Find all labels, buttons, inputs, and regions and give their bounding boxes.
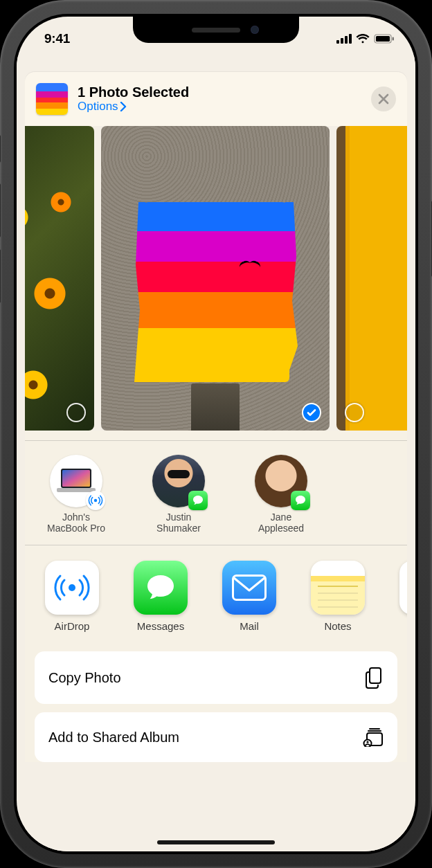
app-label: Messages: [137, 620, 184, 632]
contact-label: Jane Appleseed: [258, 512, 304, 534]
svg-rect-8: [62, 470, 90, 487]
reminders-icon: [399, 561, 407, 615]
app-label: Mail: [240, 620, 259, 632]
shared-album-icon: [361, 727, 384, 747]
selection-ring-icon[interactable]: [345, 403, 364, 422]
action-label: Add to Shared Album: [48, 730, 179, 745]
chevron-right-icon: [120, 102, 127, 111]
mail-icon: [222, 561, 276, 615]
action-add-shared-album[interactable]: Add to Shared Album: [35, 712, 397, 762]
svg-rect-0: [336, 40, 339, 44]
svg-rect-9: [57, 488, 96, 492]
device-frame: 9:41: [0, 0, 432, 868]
selection-check-icon[interactable]: [302, 403, 321, 422]
wifi-icon: [356, 34, 370, 44]
share-target-jane[interactable]: Jane Appleseed: [240, 455, 323, 534]
airdrop-contacts-row[interactable]: John's MacBook Pro Justin Shumaker: [25, 441, 407, 545]
svg-rect-3: [349, 34, 352, 44]
options-button[interactable]: Options: [78, 100, 127, 114]
home-indicator[interactable]: [157, 840, 275, 844]
contact-label: John's MacBook Pro: [47, 512, 105, 534]
volume-up-button: [0, 183, 1, 237]
screen: 9:41: [17, 17, 415, 851]
app-reminders[interactable]: Re: [392, 561, 407, 632]
close-button[interactable]: [371, 87, 396, 111]
front-camera: [251, 26, 259, 34]
cellular-icon: [336, 34, 352, 44]
share-header: 1 Photo Selected Options: [25, 72, 407, 126]
app-label: Notes: [324, 620, 351, 632]
contact-label: Justin Shumaker: [156, 512, 201, 534]
header-thumbnail: [36, 83, 68, 115]
selection-title: 1 Photo Selected: [78, 84, 361, 100]
messages-badge-icon: [188, 491, 208, 510]
status-time: 9:41: [44, 31, 70, 46]
airdrop-icon: [45, 561, 99, 615]
apps-row[interactable]: AirDrop Messages Mail: [25, 545, 407, 644]
app-label: AirDrop: [55, 620, 90, 632]
messages-icon: [134, 561, 188, 615]
backdrop: [17, 55, 415, 72]
selection-ring-icon[interactable]: [66, 403, 86, 422]
svg-point-16: [366, 741, 368, 743]
svg-rect-13: [370, 668, 381, 683]
speaker-grille: [192, 28, 240, 33]
app-mail[interactable]: Mail: [215, 561, 284, 632]
svg-rect-5: [376, 36, 390, 42]
copy-icon: [364, 667, 384, 689]
svg-rect-1: [341, 38, 343, 44]
share-target-justin[interactable]: Justin Shumaker: [137, 455, 220, 534]
photo-strip[interactable]: [25, 126, 407, 431]
mute-switch: [0, 135, 1, 163]
airdrop-badge-icon: [86, 491, 105, 510]
action-label: Copy Photo: [48, 670, 121, 686]
svg-point-11: [69, 584, 75, 591]
share-sheet: 1 Photo Selected Options: [25, 72, 407, 851]
svg-rect-2: [345, 36, 348, 44]
svg-rect-6: [393, 37, 395, 41]
messages-badge-icon: [291, 491, 310, 510]
options-label: Options: [78, 100, 118, 114]
svg-rect-12: [233, 576, 266, 600]
app-messages[interactable]: Messages: [126, 561, 195, 632]
battery-icon: [374, 34, 395, 44]
status-icons: [336, 34, 395, 44]
share-target-macbook[interactable]: John's MacBook Pro: [35, 455, 118, 534]
svg-point-15: [364, 740, 372, 748]
svg-point-10: [94, 499, 97, 502]
photo-thumbnail[interactable]: [25, 126, 94, 431]
action-copy-photo[interactable]: Copy Photo: [35, 651, 397, 704]
photo-thumbnail[interactable]: [336, 126, 407, 431]
close-icon: [378, 93, 389, 105]
actions-list: Copy Photo Add to Shared Album: [25, 644, 407, 762]
notes-icon: [311, 561, 365, 615]
app-notes[interactable]: Notes: [303, 561, 372, 632]
photo-thumbnail[interactable]: [101, 126, 330, 431]
app-airdrop[interactable]: AirDrop: [37, 561, 107, 632]
notch: [133, 17, 299, 43]
volume-down-button: [0, 249, 1, 303]
